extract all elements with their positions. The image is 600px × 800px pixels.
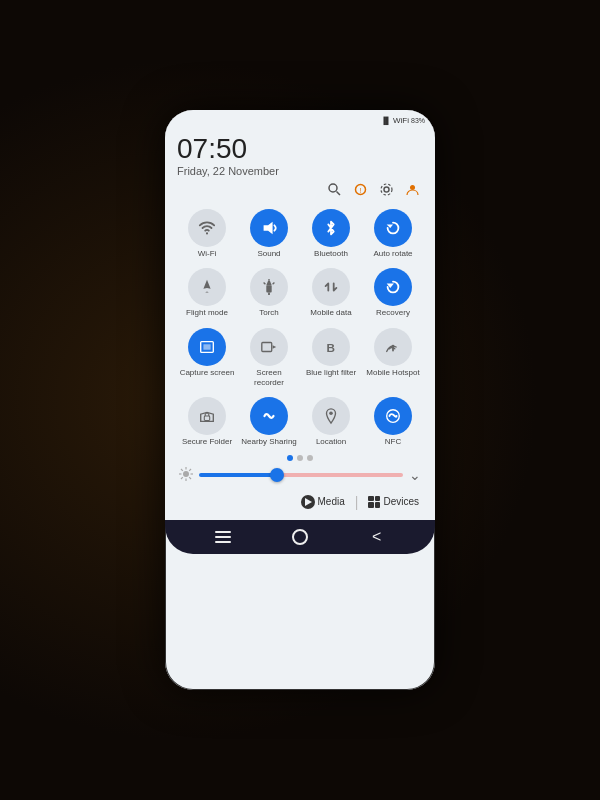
pagination-dots [177, 455, 423, 461]
search-icon[interactable] [325, 181, 343, 199]
svg-line-31 [181, 469, 183, 471]
tile-bluetooth[interactable]: Bluetooth [301, 205, 361, 261]
screen-recorder-icon [250, 328, 288, 366]
tile-capture-screen[interactable]: Capture screen [177, 324, 237, 389]
recovery-icon [374, 268, 412, 306]
mobile-hotspot-icon [374, 328, 412, 366]
nearby-sharing-icon [250, 397, 288, 435]
tile-nfc[interactable]: NFC [363, 393, 423, 449]
tile-recovery[interactable]: Recovery [363, 264, 423, 320]
signal-icon: ▐▌ [381, 117, 391, 124]
datetime-area: 07:50 Friday, 22 November [177, 132, 423, 181]
page-dot-2[interactable] [297, 455, 303, 461]
recovery-label: Recovery [376, 308, 410, 318]
media-devices-divider: | [355, 494, 359, 510]
svg-line-33 [189, 469, 191, 471]
svg-line-14 [273, 283, 275, 285]
blue-light-label: Blue light filter [306, 368, 356, 378]
svg-line-32 [189, 477, 191, 479]
recent-apps-button[interactable] [209, 523, 237, 551]
svg-line-34 [181, 477, 183, 479]
tile-secure-folder[interactable]: Secure Folder [177, 393, 237, 449]
brightness-expand-icon[interactable]: ⌄ [409, 467, 421, 483]
auto-rotate-label: Auto rotate [373, 249, 412, 259]
svg-marker-11 [266, 281, 271, 286]
tile-sound[interactable]: Sound [239, 205, 299, 261]
sound-icon [250, 209, 288, 247]
recent-apps-icon [215, 531, 231, 543]
status-bar: ▐▌ WiFi 83% [165, 110, 435, 128]
nearby-sharing-label: Nearby Sharing [241, 437, 297, 447]
blue-light-icon: B [312, 328, 350, 366]
tile-location[interactable]: Location [301, 393, 361, 449]
media-devices-row: Media | Devices [177, 490, 423, 512]
svg-text:B: B [327, 340, 335, 353]
tiles-grid: Wi-Fi Sound Bluetooth [177, 205, 423, 449]
back-button[interactable]: < [363, 523, 391, 551]
svg-line-13 [264, 283, 266, 285]
brightness-thumb[interactable] [270, 468, 284, 482]
bluetooth-label: Bluetooth [314, 249, 348, 259]
play-icon [301, 495, 315, 509]
mobile-data-label: Mobile data [310, 308, 351, 318]
tile-wifi[interactable]: Wi-Fi [177, 205, 237, 261]
location-icon [312, 397, 350, 435]
tile-screen-recorder[interactable]: Screen recorder [239, 324, 299, 389]
notification-icon[interactable]: ! [351, 181, 369, 199]
back-icon: < [372, 528, 381, 546]
tile-mobile-hotspot[interactable]: Mobile Hotspot [363, 324, 423, 389]
page-dot-1[interactable] [287, 455, 293, 461]
wifi-icon [188, 209, 226, 247]
brightness-row: ⌄ [177, 467, 423, 484]
mobile-hotspot-label: Mobile Hotspot [366, 368, 419, 378]
settings-icon[interactable] [377, 181, 395, 199]
bluetooth-icon [312, 209, 350, 247]
tile-auto-rotate[interactable]: Auto rotate [363, 205, 423, 261]
svg-point-24 [329, 412, 333, 416]
tile-nearby-sharing[interactable]: Nearby Sharing [239, 393, 299, 449]
grid-icon [368, 496, 380, 508]
tile-flight-mode[interactable]: Flight mode [177, 264, 237, 320]
mobile-data-icon [312, 268, 350, 306]
flight-mode-icon [188, 268, 226, 306]
battery-text: 83% [411, 117, 425, 124]
quick-panel: 07:50 Friday, 22 November ! [165, 128, 435, 520]
svg-rect-10 [266, 286, 271, 293]
svg-point-4 [384, 187, 389, 192]
capture-screen-label: Capture screen [180, 368, 235, 378]
screen-recorder-label: Screen recorder [241, 368, 297, 387]
torch-icon [250, 268, 288, 306]
media-button[interactable]: Media [301, 495, 345, 509]
wifi-status-icon: WiFi [393, 116, 409, 125]
home-icon [292, 529, 308, 545]
brightness-slider[interactable] [199, 473, 403, 477]
wifi-label: Wi-Fi [198, 249, 217, 259]
tile-mobile-data[interactable]: Mobile data [301, 264, 361, 320]
nfc-label: NFC [385, 437, 401, 447]
auto-rotate-icon [374, 209, 412, 247]
svg-marker-20 [273, 345, 277, 349]
secure-folder-label: Secure Folder [182, 437, 232, 447]
flight-mode-label: Flight mode [186, 308, 228, 318]
capture-screen-icon [188, 328, 226, 366]
tile-blue-light[interactable]: B Blue light filter [301, 324, 361, 389]
home-button[interactable] [286, 523, 314, 551]
date-display: Friday, 22 November [177, 165, 423, 177]
phone-device: ▐▌ WiFi 83% 07:50 Friday, 22 November [165, 110, 435, 690]
brightness-icon [179, 467, 193, 484]
nfc-icon [374, 397, 412, 435]
tile-torch[interactable]: Torch [239, 264, 299, 320]
nav-bar: < [165, 520, 435, 554]
svg-marker-8 [264, 221, 273, 234]
devices-label: Devices [383, 496, 419, 507]
svg-point-6 [410, 185, 415, 190]
svg-point-26 [183, 471, 189, 477]
svg-point-5 [381, 184, 392, 195]
sound-label: Sound [257, 249, 280, 259]
profile-icon[interactable] [403, 181, 421, 199]
torch-label: Torch [259, 308, 279, 318]
status-icons: ▐▌ WiFi 83% [381, 116, 425, 125]
devices-button[interactable]: Devices [368, 496, 419, 508]
page-dot-3[interactable] [307, 455, 313, 461]
svg-point-0 [329, 184, 337, 192]
